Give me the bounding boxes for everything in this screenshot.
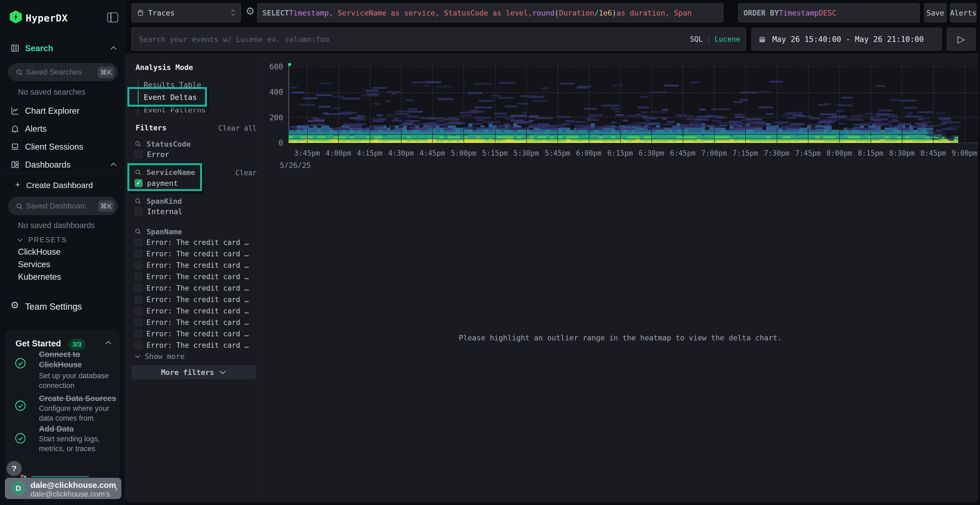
chevron-up-icon[interactable] <box>105 340 112 345</box>
checkbox-unchecked[interactable] <box>134 330 142 338</box>
more-filters-button[interactable]: More filters <box>131 365 256 379</box>
search-icon[interactable] <box>134 197 142 205</box>
filter-option-label: Error: The credit card … <box>146 261 249 269</box>
heatmap-plot[interactable] <box>288 65 979 143</box>
task-title[interactable]: Connect to <box>39 349 80 359</box>
sql-orderby-editor[interactable]: ORDER BY Timestamp DESC <box>738 3 920 22</box>
checkbox-unchecked[interactable] <box>134 239 142 246</box>
filter-option-spanname[interactable]: Error: The credit card … <box>134 318 249 326</box>
y-axis-tick-label: 400 <box>262 87 283 97</box>
sidebar-item-alerts[interactable]: Alerts <box>0 124 125 135</box>
checkbox-unchecked[interactable] <box>134 319 142 326</box>
checkbox-unchecked[interactable] <box>134 273 142 281</box>
search-icon[interactable] <box>134 140 142 148</box>
user-menu[interactable]: D dale@clickhouse.com dale@clickhouse.co… <box>5 478 121 499</box>
sidebar-item-client-sessions[interactable]: Client Sessions <box>0 141 125 154</box>
sidebar-collapse-icon[interactable] <box>107 13 118 22</box>
clear-all-filters-link[interactable]: Clear all <box>218 124 257 132</box>
filter-group-name: StatusCode <box>146 140 191 148</box>
sql-mode-option[interactable]: SQL <box>690 35 703 43</box>
show-more-toggle[interactable]: Show more <box>134 352 185 360</box>
preset-kubernetes[interactable]: Kubernetes <box>18 272 61 282</box>
help-button[interactable]: ? <box>6 461 22 476</box>
checkbox-unchecked[interactable] <box>134 250 142 258</box>
save-button[interactable]: Save <box>924 3 947 22</box>
filter-option-label: Error: The credit card … <box>146 284 249 292</box>
saved-searches-input[interactable] <box>26 64 86 81</box>
presets-toggle[interactable]: PRESETS <box>17 236 67 244</box>
user-team: dale@clickhouse.com's <box>30 490 110 499</box>
saved-dashboards-search[interactable]: ⌘K <box>8 197 118 215</box>
alerts-button[interactable]: Alerts <box>950 3 977 22</box>
task-title[interactable]: Add Data <box>39 424 73 434</box>
checkbox-unchecked[interactable] <box>134 284 142 292</box>
checkbox-unchecked[interactable] <box>134 207 143 216</box>
search-input[interactable] <box>132 28 690 50</box>
filter-option-spanname[interactable]: Error: The credit card … <box>134 273 249 281</box>
sidebar-item-team-settings[interactable]: ⚙ Team Settings <box>0 301 125 313</box>
filter-option-label: Error <box>147 150 169 159</box>
filter-option-payment[interactable]: payment <box>134 178 178 188</box>
bell-icon <box>10 124 20 134</box>
sidebar-item-chart-explorer[interactable]: Chart Explorer <box>0 106 125 118</box>
divider <box>0 173 125 173</box>
filter-group-servicename: ServiceName <box>134 168 195 176</box>
search-icon[interactable] <box>134 169 142 176</box>
chevron-right-icon: › <box>115 483 118 493</box>
checkbox-unchecked[interactable] <box>134 296 142 303</box>
filter-group-statuscode: StatusCode <box>134 140 191 148</box>
filter-option-spanname[interactable]: Error: The credit card … <box>134 284 249 292</box>
filter-option-spanname[interactable]: Error: The credit card … <box>134 295 249 303</box>
chevron-up-icon[interactable] <box>110 162 117 167</box>
task-title[interactable]: Create Data Sources <box>39 393 116 403</box>
filter-option-spanname[interactable]: Error: The credit card … <box>134 261 249 269</box>
checkbox-checked[interactable] <box>134 179 143 187</box>
sidebar-item-search[interactable]: Search <box>0 43 125 55</box>
lucene-mode-option[interactable]: Lucene <box>714 35 740 43</box>
run-search-button[interactable]: ▷ <box>947 28 976 51</box>
checkbox-unchecked[interactable] <box>134 341 142 349</box>
filter-option-error[interactable]: Error <box>134 150 169 159</box>
checkbox-unchecked[interactable] <box>134 150 143 158</box>
preset-clickhouse[interactable]: ClickHouse <box>18 247 61 257</box>
source-settings-gear-icon[interactable]: ⚙ <box>245 6 255 16</box>
mode-event-patterns[interactable]: Event Patterns <box>144 106 206 114</box>
source-select[interactable]: Traces <box>132 3 241 22</box>
filter-group-spankind: SpanKind <box>134 197 182 205</box>
filter-option-spanname[interactable]: Error: The credit card … <box>134 250 249 258</box>
filter-option-spanname[interactable]: Error: The credit card … <box>134 330 249 338</box>
create-dashboard-button[interactable]: + Create Dashboard <box>0 180 125 192</box>
filter-option-spanname[interactable]: Error: The credit card … <box>134 238 249 246</box>
checkbox-unchecked[interactable] <box>134 307 142 315</box>
query-language-toggle[interactable]: SQL | Lucene <box>690 35 746 43</box>
sidebar-item-label: Client Sessions <box>25 142 83 152</box>
chevron-up-icon[interactable] <box>110 46 117 50</box>
saved-searches-search[interactable]: ⌘K <box>8 63 118 81</box>
main-area: Traces ⚙ SELECT Timestamp, ServiceName a… <box>125 0 980 505</box>
spanname-options: Error: The credit card … Error: The cred… <box>134 238 249 349</box>
filter-option-spanname[interactable]: Error: The credit card … <box>134 341 249 349</box>
time-range-picker[interactable]: May 26 15:40:00 - May 26 21:10:00 <box>751 28 942 51</box>
filter-option-label: Error: The credit card … <box>146 307 249 315</box>
filter-option-label: Error: The credit card … <box>146 330 249 338</box>
search-icon[interactable] <box>134 228 142 236</box>
sql-select-editor[interactable]: SELECT Timestamp, ServiceName as service… <box>257 3 723 22</box>
heatmap-canvas[interactable] <box>288 65 979 143</box>
mode-results-table[interactable]: Results Table <box>144 81 201 89</box>
clear-servicename-link[interactable]: Clear <box>235 169 257 177</box>
filter-option-label: Error: The credit card … <box>146 250 249 258</box>
sidebar-item-dashboards[interactable]: Dashboards <box>0 159 125 172</box>
filter-option-internal[interactable]: Internal <box>134 207 182 216</box>
chevron-down-icon <box>134 354 141 358</box>
preset-services[interactable]: Services <box>18 260 50 269</box>
mode-event-deltas[interactable]: Event Deltas <box>144 93 197 102</box>
checkbox-unchecked[interactable] <box>134 262 142 269</box>
check-circle-icon <box>14 357 26 369</box>
filter-option-label: Error: The credit card … <box>146 273 249 281</box>
saved-dashboards-input[interactable] <box>26 197 86 215</box>
event-search-bar[interactable]: SQL | Lucene <box>132 28 746 51</box>
chart-explorer-icon <box>10 106 20 116</box>
x-axis: 3:45pm4:00pm4:15pm4:30pm4:45pm5:00pm5:15… <box>288 149 979 158</box>
task-title[interactable]: ClickHouse <box>39 359 82 370</box>
filter-option-spanname[interactable]: Error: The credit card … <box>134 307 249 315</box>
